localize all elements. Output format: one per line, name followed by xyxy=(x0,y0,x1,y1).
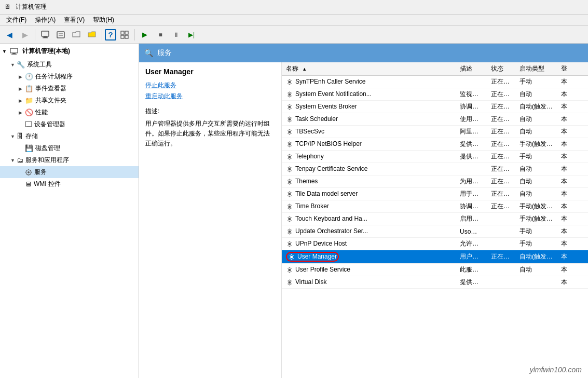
services-list: 名称 ▲ 描述 状态 启动类型 xyxy=(282,62,588,378)
service-logon-cell: 本 xyxy=(557,76,588,88)
service-logon-cell: 本 xyxy=(557,126,588,138)
sort-arrow: ▲ xyxy=(302,66,307,72)
service-startup-cell xyxy=(515,276,557,288)
service-startup-cell: 手动 xyxy=(515,151,557,163)
sidebar-item-storage[interactable]: ▼ 🗄 存储 xyxy=(0,130,139,142)
svg-point-27 xyxy=(289,156,291,158)
service-status-cell: 正在… xyxy=(487,176,515,188)
menu-item[interactable]: 文件(F) xyxy=(2,15,31,25)
sidebar-label-perf: 性能 xyxy=(35,108,48,117)
service-startup-cell: 自动 xyxy=(515,176,557,188)
back-button[interactable]: ◀ xyxy=(2,28,17,42)
th-status[interactable]: 状态 xyxy=(487,62,515,76)
service-startup-cell: 手动(触发… xyxy=(515,138,557,151)
table-row[interactable]: Update Orchestrator Ser...Uso…手动本 xyxy=(282,225,588,238)
toolbar-btn-6[interactable] xyxy=(85,28,99,42)
service-logon-cell: 本 xyxy=(557,238,588,250)
services-header-bar: 🔍 服务 xyxy=(139,44,588,62)
table-row[interactable]: Task Scheduler使用…正在…自动本 xyxy=(282,113,588,126)
play-button[interactable]: ▶ xyxy=(138,28,152,42)
service-status-cell xyxy=(487,225,515,238)
menu-item[interactable]: 操作(A) xyxy=(31,15,60,25)
service-desc-cell: Uso… xyxy=(456,225,487,238)
service-logon-cell: 本 xyxy=(557,163,588,176)
sidebar-item-event-viewer[interactable]: ▶ 📋 事件查看器 xyxy=(0,83,139,95)
svg-rect-1 xyxy=(44,36,47,37)
main-area: ▼ 计算机管理(本地) ▼ 🔧 系统工具 ▶ 🕐 任务计划程序 ▶ 📋 事件查看… xyxy=(0,44,588,378)
svg-rect-12 xyxy=(11,54,17,55)
sidebar-item-services[interactable]: 服务 xyxy=(0,166,139,178)
service-name-cell: Task Scheduler xyxy=(282,113,456,126)
menu-item[interactable]: 帮助(H) xyxy=(89,15,118,25)
table-row[interactable]: Time Broker协调…正在…手动(触发…本 xyxy=(282,200,588,213)
service-name: System Event Notification... xyxy=(295,90,372,98)
gear-icon xyxy=(286,178,295,185)
service-name-cell: System Event Notification... xyxy=(282,88,456,101)
toolbar-btn-4[interactable] xyxy=(53,28,68,42)
svg-rect-13 xyxy=(25,122,32,127)
toolbar-sep-1 xyxy=(35,29,35,40)
th-logon[interactable]: 登 xyxy=(557,62,588,76)
sidebar-item-performance[interactable]: ▶ 🚫 性能 xyxy=(0,106,139,118)
sidebar-item-disk[interactable]: 💾 磁盘管理 xyxy=(0,142,139,154)
grid-button[interactable] xyxy=(117,28,132,42)
svg-point-30 xyxy=(289,193,291,195)
service-logon-cell: 本 xyxy=(557,176,588,188)
toolbar-btn-5[interactable] xyxy=(69,28,84,42)
resume-button[interactable]: ▶| xyxy=(184,28,199,42)
pause-button[interactable]: ⏸ xyxy=(169,28,183,42)
sidebar-item-shared-folder[interactable]: ▶ 📁 共享文件夹 xyxy=(0,95,139,106)
svcapp-icon: 🗂 xyxy=(17,156,23,164)
table-row[interactable]: Telephony提供…正在…手动本 xyxy=(282,151,588,163)
folder2-icon xyxy=(87,30,97,39)
sidebar-label-folder: 共享文件夹 xyxy=(35,96,66,105)
table-row[interactable]: User Profile Service此服…自动本 xyxy=(282,263,588,276)
sidebar-item-task-scheduler[interactable]: ▶ 🕐 任务计划程序 xyxy=(0,71,139,83)
sidebar-item-wmi[interactable]: 🖥 WMI 控件 xyxy=(0,178,139,190)
service-desc-cell: 协调… xyxy=(456,101,487,113)
gear-icon xyxy=(288,253,297,261)
sidebar-item-device-manager[interactable]: 设备管理器 xyxy=(0,118,139,130)
service-name-cell: User Manager xyxy=(282,250,456,264)
gear-icon xyxy=(286,227,295,235)
svg-point-29 xyxy=(289,181,291,183)
th-desc-label: 描述 xyxy=(460,65,472,72)
service-startup-cell: 自动(触发… xyxy=(515,250,557,264)
svg-rect-3 xyxy=(57,32,64,38)
table-row[interactable]: TCP/IP NetBIOS Helper提供…正在…手动(触发…本 xyxy=(282,138,588,151)
table-row[interactable]: TBSecSvc阿里…正在…自动本 xyxy=(282,126,588,138)
table-row[interactable]: Touch Keyboard and Ha...启用…手动(触发…本 xyxy=(282,213,588,225)
th-name[interactable]: 名称 ▲ xyxy=(282,62,456,76)
toolbar-btn-3[interactable] xyxy=(38,28,52,42)
stop-service-link[interactable]: 停止此服务 xyxy=(145,81,275,90)
help-button[interactable]: ? xyxy=(105,29,116,40)
th-desc[interactable]: 描述 xyxy=(456,62,487,76)
sidebar-item-services-apps[interactable]: ▼ 🗂 服务和应用程序 xyxy=(0,154,139,166)
sidebar-item-system-tools[interactable]: ▼ 🔧 系统工具 xyxy=(0,59,139,71)
table-row[interactable]: User Manager用户…正在…自动(触发…本 xyxy=(282,250,588,264)
restart-service-link[interactable]: 重启动此服务 xyxy=(145,92,275,101)
table-row[interactable]: Virtual Disk提供…本 xyxy=(282,276,588,288)
gear-icon xyxy=(286,153,295,160)
shared-folder-icon: 📁 xyxy=(25,97,33,104)
computer-root-icon xyxy=(10,47,18,56)
service-startup-cell: 手动(触发… xyxy=(515,213,557,225)
forward-button[interactable]: ▶ xyxy=(18,28,32,42)
table-row[interactable]: System Event Notification...监视…正在…自动本 xyxy=(282,88,588,101)
table-row[interactable]: SynTPEnh Caller Service正在…手动本 xyxy=(282,76,588,88)
table-row[interactable]: UPnP Device Host允许…手动本 xyxy=(282,238,588,250)
th-startup-label: 启动类型 xyxy=(519,65,544,72)
menu-item[interactable]: 查看(V) xyxy=(60,15,89,25)
table-row[interactable]: Themes为用…正在…自动本 xyxy=(282,176,588,188)
gear-icon xyxy=(286,103,295,110)
th-startup[interactable]: 启动类型 xyxy=(515,62,557,76)
service-startup-cell: 自动 xyxy=(515,188,557,200)
stop-button[interactable]: ■ xyxy=(153,28,168,42)
table-row[interactable]: Tile Data model server用于…正在…自动本 xyxy=(282,188,588,200)
expand-icon: ▼ xyxy=(10,62,16,68)
table-row[interactable]: Tenpay Certificate Service正在…自动本 xyxy=(282,163,588,176)
table-row[interactable]: System Events Broker协调…正在…自动(触发…本 xyxy=(282,101,588,113)
sidebar-root[interactable]: ▼ 计算机管理(本地) xyxy=(0,44,139,59)
service-startup-cell: 自动 xyxy=(515,113,557,126)
service-name: Telephony xyxy=(295,153,324,160)
